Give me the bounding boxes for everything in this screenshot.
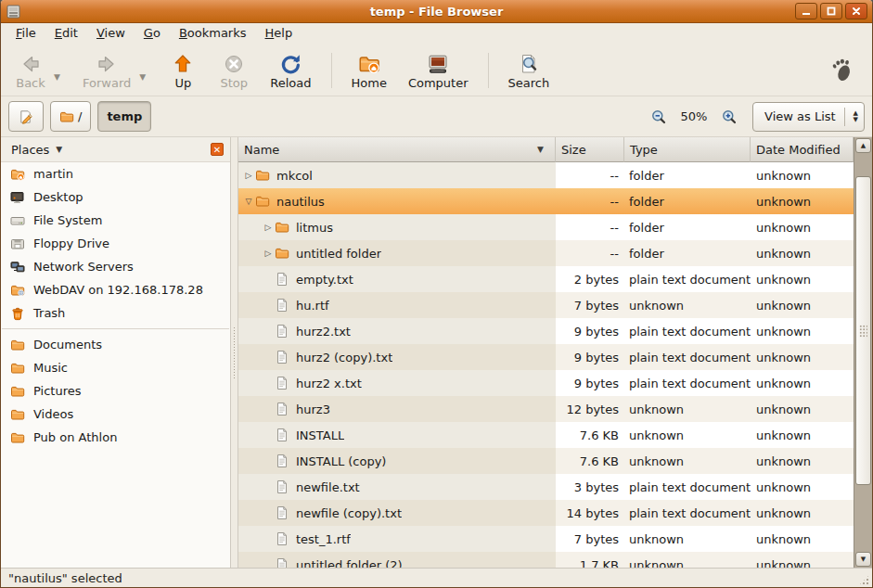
zoom-out-button[interactable] bbox=[648, 101, 670, 132]
name-cell: ▷litmus bbox=[238, 214, 556, 240]
sidebar-item-videos[interactable]: Videos bbox=[1, 403, 230, 426]
column-header-date-modified[interactable]: Date Modified bbox=[751, 137, 854, 162]
sidebar-item-desktop[interactable]: Desktop bbox=[1, 185, 230, 209]
size-cell: 2 bytes bbox=[556, 266, 624, 292]
table-row[interactable]: hu.rtf7 bytesunknownunknown bbox=[238, 292, 854, 318]
menu-edit[interactable]: Edit bbox=[45, 23, 87, 45]
name-cell: ▽nautilus bbox=[238, 188, 556, 214]
close-button[interactable] bbox=[845, 3, 867, 19]
text-icon bbox=[275, 479, 289, 494]
expander-collapsed-icon[interactable]: ▷ bbox=[242, 171, 255, 180]
scrollbar-thumb[interactable] bbox=[855, 176, 871, 485]
size-cell: -- bbox=[556, 214, 624, 240]
zoom-in-button[interactable] bbox=[718, 101, 740, 132]
table-row[interactable]: untitled folder (2)1.7 KBunknownunknown bbox=[238, 552, 854, 568]
back-arrow-icon bbox=[19, 53, 42, 75]
text-icon bbox=[275, 402, 289, 416]
size-cell: 7 bytes bbox=[556, 292, 624, 318]
resize-grip[interactable] bbox=[858, 574, 870, 586]
expander-collapsed-icon[interactable]: ▷ bbox=[262, 249, 275, 258]
sidebar-item-documents[interactable]: Documents bbox=[1, 333, 230, 356]
text-icon bbox=[275, 428, 289, 442]
menu-help[interactable]: Help bbox=[256, 23, 302, 45]
sidebar-item-network-servers[interactable]: Network Servers bbox=[1, 255, 230, 278]
folder-remote-icon bbox=[10, 283, 25, 298]
folder-icon bbox=[10, 407, 25, 422]
combo-separator bbox=[844, 108, 845, 126]
table-row[interactable]: hurz2.txt9 bytesplain text documentunkno… bbox=[238, 318, 854, 344]
home-button[interactable]: Home bbox=[344, 49, 394, 92]
table-row[interactable]: hurz2 (copy).txt9 bytesplain text docume… bbox=[238, 344, 854, 370]
name-cell: hu.rtf bbox=[238, 292, 556, 318]
edit-location-button[interactable] bbox=[8, 101, 44, 132]
titlebar[interactable]: temp - File Browser bbox=[1, 0, 872, 23]
sidebar-header[interactable]: Places ▼ ✕ bbox=[1, 137, 230, 162]
path-root-button[interactable]: / bbox=[50, 101, 91, 132]
file-name: test_1.rtf bbox=[296, 532, 351, 546]
column-header-size[interactable]: Size bbox=[556, 137, 624, 162]
size-cell: 7 bytes bbox=[556, 526, 624, 552]
file-name: newfile.txt bbox=[296, 480, 360, 494]
sidebar-item-music[interactable]: Music bbox=[1, 356, 230, 379]
type-cell: plain text document bbox=[624, 474, 751, 500]
sidebar-item-label: Pub on Athlon bbox=[33, 430, 117, 444]
sidebar-item-webdav-on-192-168-178-28[interactable]: WebDAV on 192.168.178.28 bbox=[1, 278, 230, 301]
search-button[interactable]: Search bbox=[501, 49, 558, 92]
table-row[interactable]: INSTALL (copy)7.6 KBunknownunknown bbox=[238, 448, 854, 474]
scroll-down-button[interactable]: ▼ bbox=[855, 552, 871, 567]
up-button[interactable]: Up bbox=[160, 49, 205, 92]
sidebar-item-floppy-drive[interactable]: Floppy Drive bbox=[1, 232, 230, 255]
table-row[interactable]: test_1.rtf7 bytesunknownunknown bbox=[238, 526, 854, 552]
column-header-type[interactable]: Type bbox=[624, 137, 751, 162]
maximize-button[interactable] bbox=[820, 3, 842, 19]
type-cell: unknown bbox=[624, 526, 751, 552]
toolbar-button-label: Search bbox=[508, 76, 550, 90]
table-row[interactable]: ▷mkcol--folderunknown bbox=[238, 162, 854, 188]
table-row[interactable]: newfile.txt3 bytesplain text documentunk… bbox=[238, 474, 854, 500]
sidebar-item-file-system[interactable]: File System bbox=[1, 209, 230, 232]
sidebar-close-button[interactable]: ✕ bbox=[211, 143, 224, 156]
gnome-logo-icon bbox=[829, 58, 855, 83]
toolbar-button-label: Forward bbox=[83, 76, 131, 90]
expander-expanded-icon[interactable]: ▽ bbox=[242, 197, 255, 206]
file-browser-window: temp - File Browser FileEditViewGoBookma… bbox=[0, 0, 873, 588]
vertical-scrollbar[interactable]: ▲ ▼ bbox=[854, 137, 872, 568]
path-current-button[interactable]: temp bbox=[97, 101, 151, 132]
table-row[interactable]: ▷litmus--folderunknown bbox=[238, 214, 854, 240]
table-row[interactable]: ▽nautilus--folderunknown bbox=[238, 188, 854, 214]
table-row[interactable]: empty.txt2 bytesplain text documentunkno… bbox=[238, 266, 854, 292]
menu-view[interactable]: View bbox=[87, 23, 135, 45]
toolbar-button-label: Reload bbox=[270, 76, 311, 90]
table-row[interactable]: hurz2 x.txt9 bytesplain text documentunk… bbox=[238, 370, 854, 396]
scroll-up-button[interactable]: ▲ bbox=[855, 138, 871, 153]
menu-bookmarks[interactable]: Bookmarks bbox=[170, 23, 256, 45]
toolbar-separator bbox=[488, 53, 489, 88]
places-sidebar: Places ▼ ✕ martinDesktopFile SystemFlopp… bbox=[1, 137, 230, 568]
sidebar-item-trash[interactable]: Trash bbox=[1, 301, 230, 325]
size-cell: 1.7 KB bbox=[556, 552, 624, 568]
expander-collapsed-icon[interactable]: ▷ bbox=[262, 223, 275, 232]
sidebar-item-pub-on-athlon[interactable]: Pub on Athlon bbox=[1, 426, 230, 449]
drive-icon bbox=[10, 213, 25, 228]
menu-go[interactable]: Go bbox=[135, 23, 170, 45]
computer-button[interactable]: Computer bbox=[401, 49, 476, 92]
pane-splitter[interactable] bbox=[230, 137, 238, 568]
computer-icon bbox=[427, 53, 449, 75]
table-row[interactable]: newfile (copy).txt14 bytesplain text doc… bbox=[238, 500, 854, 526]
table-row[interactable]: ▷untitled folder--folderunknown bbox=[238, 240, 854, 266]
minimize-button[interactable] bbox=[795, 3, 817, 19]
sidebar-item-pictures[interactable]: Pictures bbox=[1, 379, 230, 403]
table-row[interactable]: INSTALL7.6 KBunknownunknown bbox=[238, 422, 854, 448]
toolbar-button-label: Stop bbox=[221, 76, 249, 90]
reload-button[interactable]: Reload bbox=[263, 49, 318, 92]
forward-button: Forward bbox=[75, 49, 138, 92]
sidebar-item-martin[interactable]: martin bbox=[1, 162, 230, 185]
zoom-controls: 50% View as List ▲▼ bbox=[648, 101, 865, 132]
trash-icon bbox=[10, 306, 25, 321]
table-row[interactable]: hurz312 bytesunknownunknown bbox=[238, 396, 854, 422]
type-cell: plain text document bbox=[624, 344, 751, 370]
column-header-name[interactable]: Name▼ bbox=[238, 137, 556, 162]
menu-file[interactable]: File bbox=[6, 23, 45, 45]
file-name: hurz3 bbox=[296, 403, 330, 416]
view-mode-select[interactable]: View as List ▲▼ bbox=[752, 102, 865, 132]
